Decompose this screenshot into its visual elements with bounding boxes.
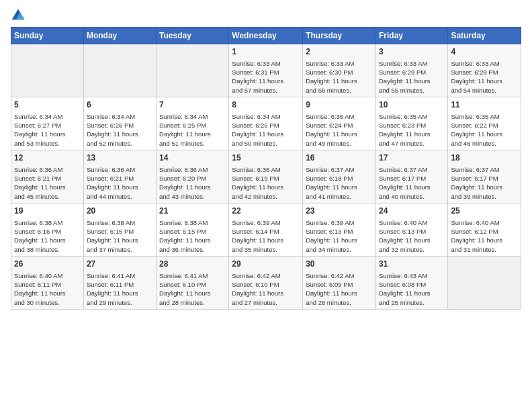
day-number: 8 [232, 99, 300, 111]
week-row-4: 19Sunrise: 6:38 AMSunset: 6:16 PMDayligh… [11, 203, 521, 256]
day-info-line: Sunrise: 6:42 AM [232, 271, 300, 280]
day-info-line: Daylight: 11 hours [451, 130, 518, 138]
day-info-line: Sunset: 6:31 PM [232, 68, 300, 77]
day-info-line: Sunrise: 6:37 AM [451, 165, 518, 174]
day-info-line: Sunset: 6:13 PM [379, 227, 445, 236]
day-info-line: and 31 minutes. [451, 245, 518, 254]
day-number: 4 [451, 46, 518, 58]
calendar-cell: 12Sunrise: 6:36 AMSunset: 6:21 PMDayligh… [11, 150, 84, 203]
day-info-line: Daylight: 11 hours [379, 183, 445, 191]
day-info-line: Daylight: 11 hours [232, 77, 300, 85]
calendar-cell: 6Sunrise: 6:34 AMSunset: 6:26 PMDaylight… [83, 97, 156, 150]
calendar-cell: 15Sunrise: 6:36 AMSunset: 6:19 PMDayligh… [229, 150, 303, 203]
day-info-line: Sunset: 6:26 PM [87, 121, 153, 130]
day-number: 24 [379, 205, 445, 217]
day-number: 12 [14, 152, 81, 164]
day-info-line: Sunrise: 6:38 AM [87, 218, 153, 227]
calendar-cell: 1Sunrise: 6:33 AMSunset: 6:31 PMDaylight… [229, 44, 303, 97]
day-info-line: and 45 minutes. [14, 192, 81, 201]
day-number: 7 [159, 99, 226, 111]
day-number: 17 [379, 152, 445, 164]
day-info-line: Sunrise: 6:41 AM [87, 271, 153, 280]
day-info-line: Sunset: 6:15 PM [159, 227, 226, 236]
day-info-line: Daylight: 11 hours [87, 130, 153, 138]
day-number: 20 [87, 205, 153, 217]
day-number: 3 [379, 46, 445, 58]
day-info-line: Sunrise: 6:39 AM [232, 218, 300, 227]
day-info-line: Sunrise: 6:36 AM [232, 165, 300, 174]
day-info-line: Sunrise: 6:40 AM [14, 271, 81, 280]
day-info-line: and 28 minutes. [159, 298, 226, 307]
day-info-line: Sunset: 6:19 PM [232, 174, 300, 183]
day-info-line: Sunrise: 6:37 AM [306, 165, 373, 174]
calendar-cell: 19Sunrise: 6:38 AMSunset: 6:16 PMDayligh… [11, 203, 84, 256]
day-info-line: Sunrise: 6:33 AM [379, 59, 445, 68]
day-info-line: Sunrise: 6:40 AM [451, 218, 518, 227]
day-info-line: and 32 minutes. [379, 245, 445, 254]
column-header-wednesday: Wednesday [229, 28, 303, 44]
week-row-5: 26Sunrise: 6:40 AMSunset: 6:11 PMDayligh… [11, 256, 521, 309]
calendar-cell: 24Sunrise: 6:40 AMSunset: 6:13 PMDayligh… [375, 203, 447, 256]
week-row-2: 5Sunrise: 6:34 AMSunset: 6:27 PMDaylight… [11, 97, 521, 150]
day-info-line: Daylight: 11 hours [379, 77, 445, 85]
day-info-line: Sunset: 6:30 PM [306, 68, 373, 77]
calendar-cell: 13Sunrise: 6:36 AMSunset: 6:21 PMDayligh… [83, 150, 156, 203]
day-number: 6 [87, 99, 153, 111]
day-info-line: Daylight: 11 hours [306, 183, 373, 191]
calendar-cell: 27Sunrise: 6:41 AMSunset: 6:11 PMDayligh… [83, 256, 156, 309]
calendar-header-row: SundayMondayTuesdayWednesdayThursdayFrid… [11, 28, 521, 44]
day-info-line: Sunrise: 6:35 AM [451, 112, 518, 121]
day-info-line: and 56 minutes. [306, 86, 373, 95]
calendar-cell: 20Sunrise: 6:38 AMSunset: 6:15 PMDayligh… [83, 203, 156, 256]
day-info-line: Daylight: 11 hours [232, 183, 300, 191]
day-number: 5 [14, 99, 81, 111]
column-header-saturday: Saturday [448, 28, 521, 44]
day-info-line: Sunset: 6:12 PM [451, 227, 518, 236]
day-number: 14 [159, 152, 226, 164]
day-info-line: Sunset: 6:11 PM [14, 280, 81, 289]
calendar-cell: 3Sunrise: 6:33 AMSunset: 6:29 PMDaylight… [375, 44, 447, 97]
day-info-line: Daylight: 11 hours [87, 236, 153, 244]
day-info-line: Daylight: 11 hours [159, 130, 226, 138]
day-info-line: Daylight: 11 hours [232, 236, 300, 244]
day-info-line: Sunrise: 6:34 AM [159, 112, 226, 121]
calendar-cell: 2Sunrise: 6:33 AMSunset: 6:30 PMDaylight… [303, 44, 376, 97]
day-info-line: Sunset: 6:15 PM [87, 227, 153, 236]
day-info-line: and 55 minutes. [379, 86, 445, 95]
day-info-line: Sunset: 6:29 PM [379, 68, 445, 77]
day-info-line: Sunrise: 6:42 AM [306, 271, 373, 280]
day-info-line: Sunrise: 6:33 AM [232, 59, 300, 68]
day-info-line: Daylight: 11 hours [232, 289, 300, 298]
day-info-line: Daylight: 11 hours [87, 183, 153, 191]
day-info-line: Sunset: 6:20 PM [159, 174, 226, 183]
day-info-line: Sunrise: 6:36 AM [159, 165, 226, 174]
day-number: 26 [14, 259, 81, 270]
day-info-line: Sunrise: 6:41 AM [159, 271, 226, 280]
calendar-cell: 7Sunrise: 6:34 AMSunset: 6:25 PMDaylight… [157, 97, 229, 150]
day-info-line: and 27 minutes. [232, 298, 300, 307]
day-number: 23 [306, 205, 373, 217]
day-info-line: Sunrise: 6:33 AM [306, 59, 373, 68]
day-info-line: and 52 minutes. [87, 139, 153, 148]
calendar-cell: 30Sunrise: 6:42 AMSunset: 6:09 PMDayligh… [303, 256, 376, 309]
column-header-sunday: Sunday [11, 28, 84, 44]
logo-icon [11, 8, 26, 23]
day-info-line: and 35 minutes. [232, 245, 300, 254]
day-info-line: Sunrise: 6:34 AM [14, 112, 81, 121]
day-info-line: Daylight: 11 hours [451, 77, 518, 85]
day-info-line: Daylight: 11 hours [14, 289, 81, 298]
day-info-line: Sunset: 6:17 PM [451, 174, 518, 183]
day-info-line: Daylight: 11 hours [306, 77, 373, 85]
day-info-line: Daylight: 11 hours [159, 183, 226, 191]
day-info-line: Sunrise: 6:36 AM [87, 165, 153, 174]
day-number: 11 [451, 99, 518, 111]
day-number: 9 [306, 99, 373, 111]
day-info-line: Daylight: 11 hours [379, 289, 445, 298]
day-info-line: Sunset: 6:13 PM [306, 227, 373, 236]
day-info-line: Sunset: 6:25 PM [232, 121, 300, 130]
day-info-line: Sunset: 6:23 PM [379, 121, 445, 130]
day-number: 16 [306, 152, 373, 164]
day-number: 31 [379, 259, 445, 270]
day-info-line: Daylight: 11 hours [306, 236, 373, 244]
day-number: 19 [14, 205, 81, 217]
